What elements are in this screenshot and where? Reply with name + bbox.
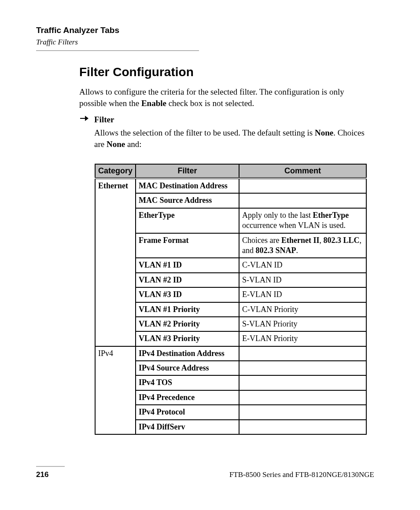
- content-area: Filter Configuration Allows to configure…: [79, 65, 368, 156]
- bullet-body-bold-1: None: [315, 128, 333, 137]
- filter-cell: EtherType: [136, 208, 239, 233]
- filter-cell: VLAN #1 ID: [136, 258, 239, 272]
- filter-cell: MAC Source Address: [136, 193, 239, 208]
- table-row: IPv4 Precedence: [95, 390, 366, 405]
- comment-cell: Choices are Ethernet II, 802.3 LLC, and …: [239, 233, 366, 258]
- comment-cell: [239, 346, 366, 361]
- filter-cell: IPv4 Precedence: [136, 390, 239, 405]
- table-row: IPv4 TOS: [95, 375, 366, 390]
- comment-cell: [239, 361, 366, 375]
- category-cell: IPv4: [95, 346, 136, 434]
- filter-cell: MAC Destination Address: [136, 178, 239, 193]
- comment-text: C-VLAN ID: [242, 261, 283, 269]
- comment-text: Apply only to the last: [242, 211, 313, 220]
- table-row: IPv4 DiffServ: [95, 420, 366, 434]
- page-number: 216: [36, 470, 48, 479]
- th-filter: Filter: [136, 164, 239, 178]
- footer-row: 216 FTB-8500 Series and FTB-8120NGE/8130…: [36, 470, 374, 479]
- table-row: VLAN #1 IDC-VLAN ID: [95, 258, 366, 272]
- th-category: Category: [95, 164, 136, 178]
- comment-bold: 802.3 LLC: [324, 236, 360, 245]
- category-cell: Ethernet: [95, 178, 136, 346]
- comment-cell: C-VLAN ID: [239, 258, 366, 272]
- comment-cell: [239, 375, 366, 390]
- th-comment: Comment: [239, 164, 366, 178]
- table-row: Frame FormatChoices are Ethernet II, 802…: [95, 233, 366, 258]
- table-row: VLAN #2 PriorityS-VLAN Priority: [95, 317, 366, 331]
- table-row: VLAN #1 PriorityC-VLAN Priority: [95, 302, 366, 317]
- footer-model: FTB-8500 Series and FTB-8120NGE/8130NGE: [229, 470, 374, 479]
- page-header: Traffic Analyzer Tabs Traffic Filters: [36, 26, 384, 51]
- table-row: EtherTypeApply only to the last EtherTyp…: [95, 208, 366, 233]
- filter-cell: IPv4 Source Address: [136, 361, 239, 375]
- filter-cell: VLAN #3 ID: [136, 287, 239, 302]
- comment-cell: E-VLAN ID: [239, 287, 366, 302]
- bullet-item: Filter: [79, 115, 368, 125]
- comment-text: ,: [320, 236, 324, 245]
- table-row: VLAN #3 IDE-VLAN ID: [95, 287, 366, 302]
- filter-cell: IPv4 DiffServ: [136, 420, 239, 434]
- comment-text: Choices are: [242, 236, 281, 245]
- filter-cell: VLAN #1 Priority: [136, 302, 239, 317]
- comment-cell: [239, 420, 366, 434]
- filter-table-wrap: Category Filter Comment EthernetMAC Dest…: [95, 164, 367, 435]
- comment-text: occurrence when VLAN is used.: [242, 221, 346, 230]
- comment-text: S-VLAN Priority: [242, 319, 298, 328]
- filter-cell: IPv4 Destination Address: [136, 346, 239, 361]
- intro-text-post: check box is not selected.: [166, 99, 254, 108]
- comment-text: C-VLAN Priority: [242, 305, 298, 314]
- comment-bold: EtherType: [313, 211, 349, 220]
- table-row: EthernetMAC Destination Address: [95, 178, 366, 193]
- comment-cell: [239, 178, 366, 193]
- filter-cell: VLAN #2 Priority: [136, 317, 239, 331]
- bullet-body-post: and:: [125, 139, 141, 149]
- comment-cell: [239, 390, 366, 405]
- bullet-body-bold-2: None: [107, 139, 125, 149]
- filter-table: Category Filter Comment EthernetMAC Dest…: [95, 164, 367, 435]
- page-footer: 216 FTB-8500 Series and FTB-8120NGE/8130…: [36, 466, 374, 479]
- comment-cell: E-VLAN Priority: [239, 331, 366, 346]
- bullet-body: Allows the selection of the filter to be…: [94, 127, 368, 150]
- arrow-icon: [79, 115, 94, 124]
- comment-cell: S-VLAN ID: [239, 273, 366, 287]
- comment-cell: [239, 405, 366, 419]
- intro-text-bold: Enable: [141, 99, 166, 108]
- comment-bold: Ethernet II: [281, 236, 320, 245]
- filter-cell: IPv4 TOS: [136, 375, 239, 390]
- comment-text: S-VLAN ID: [242, 275, 282, 284]
- bullet-body-pre: Allows the selection of the filter to be…: [94, 128, 315, 137]
- comment-cell: [239, 193, 366, 208]
- comment-text: .: [296, 246, 298, 255]
- comment-bold: 802.3 SNAP: [256, 246, 296, 255]
- comment-cell: Apply only to the last EtherType occurre…: [239, 208, 366, 233]
- comment-cell: C-VLAN Priority: [239, 302, 366, 317]
- table-row: VLAN #2 IDS-VLAN ID: [95, 273, 366, 287]
- header-rule: [36, 50, 199, 51]
- table-row: MAC Source Address: [95, 193, 366, 208]
- table-row: IPv4IPv4 Destination Address: [95, 346, 366, 361]
- table-header-row: Category Filter Comment: [95, 164, 366, 178]
- comment-cell: S-VLAN Priority: [239, 317, 366, 331]
- footer-rule: [36, 466, 65, 467]
- section-heading: Filter Configuration: [79, 65, 368, 79]
- filter-cell: VLAN #2 ID: [136, 273, 239, 287]
- intro-paragraph: Allows to configure the criteria for the…: [79, 86, 368, 109]
- filter-cell: IPv4 Protocol: [136, 405, 239, 419]
- table-row: VLAN #3 PriorityE-VLAN Priority: [95, 331, 366, 346]
- chapter-subtitle: Traffic Filters: [36, 38, 384, 47]
- bullet-label: Filter: [94, 115, 114, 125]
- filter-cell: Frame Format: [136, 233, 239, 258]
- table-row: IPv4 Protocol: [95, 405, 366, 419]
- table-row: IPv4 Source Address: [95, 361, 366, 375]
- filter-cell: VLAN #3 Priority: [136, 331, 239, 346]
- comment-text: E-VLAN Priority: [242, 334, 298, 343]
- comment-text: E-VLAN ID: [242, 290, 282, 299]
- chapter-title: Traffic Analyzer Tabs: [36, 26, 384, 35]
